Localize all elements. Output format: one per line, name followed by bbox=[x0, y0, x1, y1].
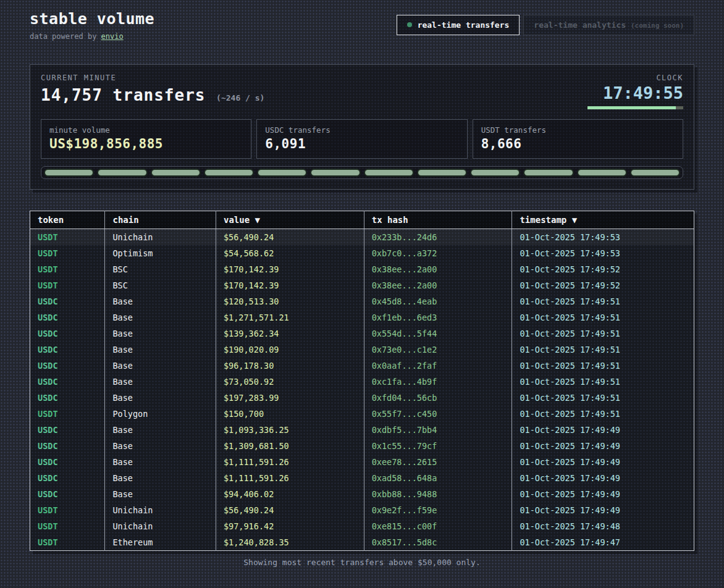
cell-token: USDT bbox=[30, 245, 105, 261]
cell-value: $56,490.24 bbox=[216, 502, 364, 518]
activity-segment-fill bbox=[98, 170, 146, 175]
cell-timestamp: 01-Oct-2025 17:49:51 bbox=[512, 326, 694, 342]
stat-value: 8,666 bbox=[481, 136, 675, 151]
transfers-summary: CURRENT MINUTE 14,757 transfers (~246 / … bbox=[41, 74, 264, 104]
cell-token: USDC bbox=[30, 326, 105, 342]
cell-value: $139,362.34 bbox=[216, 326, 364, 342]
table-row: USDTOptimism$54,568.620xb7c0...a37201-Oc… bbox=[30, 245, 694, 261]
cell-tx-hash: 0xe815...c00f bbox=[364, 518, 512, 534]
cell-tx-hash: 0x73e0...c1e2 bbox=[364, 342, 512, 358]
table-row: USDCBase$139,362.340x554d...5f4401-Oct-2… bbox=[30, 326, 694, 342]
activity-segment bbox=[151, 169, 201, 177]
cell-timestamp: 01-Oct-2025 17:49:48 bbox=[512, 518, 694, 534]
column-header-token[interactable]: token bbox=[30, 211, 105, 229]
cell-timestamp: 01-Oct-2025 17:49:53 bbox=[512, 229, 694, 246]
tab-label: real-time transfers bbox=[418, 20, 510, 30]
activity-segment bbox=[44, 169, 94, 177]
cell-chain: Polygon bbox=[105, 406, 216, 422]
cell-value: $97,916.42 bbox=[216, 518, 364, 534]
cell-tx-hash: 0xbb88...9488 bbox=[364, 486, 512, 502]
current-minute-label: CURRENT MINUTE bbox=[41, 74, 264, 82]
column-header-chain[interactable]: chain bbox=[105, 211, 216, 229]
activity-segment bbox=[364, 169, 414, 177]
column-header-tx-hash[interactable]: tx hash bbox=[364, 211, 512, 229]
table-row: USDCBase$190,020.090x73e0...c1e201-Oct-2… bbox=[30, 342, 694, 358]
cell-value: $54,568.62 bbox=[216, 245, 364, 261]
activity-segment-fill bbox=[365, 170, 413, 175]
minute-progress-fill bbox=[587, 106, 676, 109]
cell-token: USDT bbox=[30, 229, 105, 246]
activity-segment bbox=[523, 169, 573, 177]
cell-token: USDC bbox=[30, 422, 105, 438]
cell-tx-hash: 0xc1fa...4b9f bbox=[364, 374, 512, 390]
activity-segment bbox=[310, 169, 360, 177]
transfers-tbody: USDTUnichain$56,490.240x233b...24d601-Oc… bbox=[30, 229, 694, 551]
cell-tx-hash: 0xdbf5...7bb4 bbox=[364, 422, 512, 438]
cell-tx-hash: 0x1c55...79cf bbox=[364, 438, 512, 454]
activity-segment bbox=[97, 169, 147, 177]
table-row: USDCBase$94,406.020xbb88...948801-Oct-20… bbox=[30, 486, 694, 502]
transfers-table-section: tokenchainvalue ▼tx hashtimestamp ▼ USDT… bbox=[30, 211, 694, 551]
cell-timestamp: 01-Oct-2025 17:49:51 bbox=[512, 358, 694, 374]
cell-value: $190,020.09 bbox=[216, 342, 364, 358]
tab-realtime-transfers[interactable]: real-time transfers bbox=[397, 15, 520, 35]
cell-value: $56,490.24 bbox=[216, 229, 364, 246]
header: stable volume data powered by envio real… bbox=[30, 0, 694, 41]
cell-value: $1,111,591.26 bbox=[216, 454, 364, 470]
cell-timestamp: 01-Oct-2025 17:49:49 bbox=[512, 422, 694, 438]
cell-chain: Base bbox=[105, 422, 216, 438]
table-row: USDTUnichain$56,490.240x233b...24d601-Oc… bbox=[30, 229, 694, 246]
table-row: USDCBase$73,050.920xc1fa...4b9f01-Oct-20… bbox=[30, 374, 694, 390]
cell-timestamp: 01-Oct-2025 17:49:52 bbox=[512, 277, 694, 293]
transfers-rate: (~246 / s) bbox=[216, 93, 264, 103]
cell-token: USDT bbox=[30, 534, 105, 551]
activity-segment bbox=[577, 169, 627, 177]
cell-value: $1,240,828.35 bbox=[216, 534, 364, 551]
cell-chain: Ethereum bbox=[105, 534, 216, 551]
cell-tx-hash: 0x554d...5f44 bbox=[364, 326, 512, 342]
cell-token: USDT bbox=[30, 518, 105, 534]
activity-segment bbox=[417, 169, 467, 177]
activity-segment-bar bbox=[41, 166, 683, 179]
cell-token: USDC bbox=[30, 342, 105, 358]
cell-timestamp: 01-Oct-2025 17:49:49 bbox=[512, 470, 694, 486]
cell-tx-hash: 0x9e2f...f59e bbox=[364, 502, 512, 518]
clock-block: CLOCK 17:49:55 bbox=[587, 74, 683, 109]
footer-note: Showing most recent transfers above $50,… bbox=[30, 551, 694, 574]
cell-timestamp: 01-Oct-2025 17:49:52 bbox=[512, 261, 694, 277]
cell-token: USDC bbox=[30, 454, 105, 470]
stat-boxes: minute volume US$198,856,885 USDC transf… bbox=[41, 119, 683, 159]
cell-tx-hash: 0xf1eb...6ed3 bbox=[364, 309, 512, 326]
cell-chain: Unichain bbox=[105, 518, 216, 534]
clock-label: CLOCK bbox=[587, 74, 683, 82]
table-row: USDCBase$1,271,571.210xf1eb...6ed301-Oct… bbox=[30, 309, 694, 326]
stat-minute-volume: minute volume US$198,856,885 bbox=[41, 119, 251, 159]
activity-segment bbox=[630, 169, 680, 177]
table-row: USDCBase$197,283.990xfd04...56cb01-Oct-2… bbox=[30, 390, 694, 406]
stat-value: 6,091 bbox=[265, 136, 458, 151]
cell-value: $1,111,591.26 bbox=[216, 470, 364, 486]
table-row: USDCBase$1,111,591.260xee78...261501-Oct… bbox=[30, 454, 694, 470]
table-row: USDCBase$120,513.300x45d8...4eab01-Oct-2… bbox=[30, 293, 694, 309]
envio-link[interactable]: envio bbox=[101, 32, 124, 41]
current-minute-panel: CURRENT MINUTE 14,757 transfers (~246 / … bbox=[30, 64, 694, 190]
cell-tx-hash: 0x55f7...c450 bbox=[364, 406, 512, 422]
activity-segment bbox=[257, 169, 307, 177]
cell-token: USDC bbox=[30, 438, 105, 454]
coming-soon-badge: (coming soon) bbox=[631, 22, 684, 30]
live-dot-icon bbox=[407, 22, 412, 27]
cell-tx-hash: 0x0aaf...2faf bbox=[364, 358, 512, 374]
cell-tx-hash: 0x38ee...2a00 bbox=[364, 261, 512, 277]
cell-chain: Base bbox=[105, 358, 216, 374]
cell-timestamp: 01-Oct-2025 17:49:51 bbox=[512, 342, 694, 358]
cell-timestamp: 01-Oct-2025 17:49:47 bbox=[512, 534, 694, 551]
cell-token: USDC bbox=[30, 358, 105, 374]
cell-token: USDT bbox=[30, 502, 105, 518]
column-header-timestamp[interactable]: timestamp ▼ bbox=[512, 211, 694, 229]
cell-token: USDC bbox=[30, 486, 105, 502]
column-header-value[interactable]: value ▼ bbox=[216, 211, 364, 229]
cell-chain: Base bbox=[105, 342, 216, 358]
tab-realtime-analytics: real-time analytics (coming soon) bbox=[523, 15, 694, 35]
stat-usdt-transfers: USDT transfers 8,666 bbox=[473, 119, 683, 159]
cell-tx-hash: 0x233b...24d6 bbox=[364, 229, 512, 246]
